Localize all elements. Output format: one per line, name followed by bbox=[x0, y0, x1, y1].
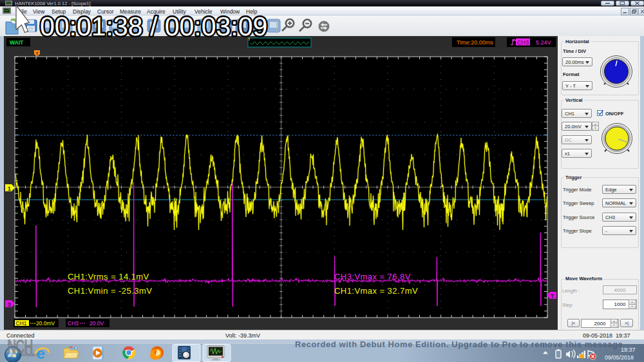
svg-text:1: 1 bbox=[8, 186, 11, 192]
svg-text:CH3:Vmax = 76.8V: CH3:Vmax = 76.8V bbox=[334, 272, 411, 281]
svg-text:CH1:Vmax = 32.7mV: CH1:Vmax = 32.7mV bbox=[334, 286, 418, 296]
svg-text:T: T bbox=[551, 293, 554, 300]
svg-text:00:01:38 / 00:03:09: 00:01:38 / 00:03:09 bbox=[40, 12, 267, 41]
svg-text:CH1:Vmin = -25.3mV: CH1:Vmin = -25.3mV bbox=[68, 286, 152, 296]
svg-text:CH3: CH3 bbox=[68, 320, 79, 327]
svg-text:T: T bbox=[35, 51, 39, 57]
svg-text:CH1: CH1 bbox=[16, 320, 27, 327]
svg-text:20.0mV: 20.0mV bbox=[36, 320, 55, 327]
svg-text:3: 3 bbox=[8, 301, 11, 308]
svg-text:20.0V: 20.0V bbox=[90, 320, 104, 327]
svg-text:CH1:Vrms = 14.1mV: CH1:Vrms = 14.1mV bbox=[68, 272, 149, 281]
svg-text:09/05/2018: 09/05/2018 bbox=[605, 354, 634, 361]
